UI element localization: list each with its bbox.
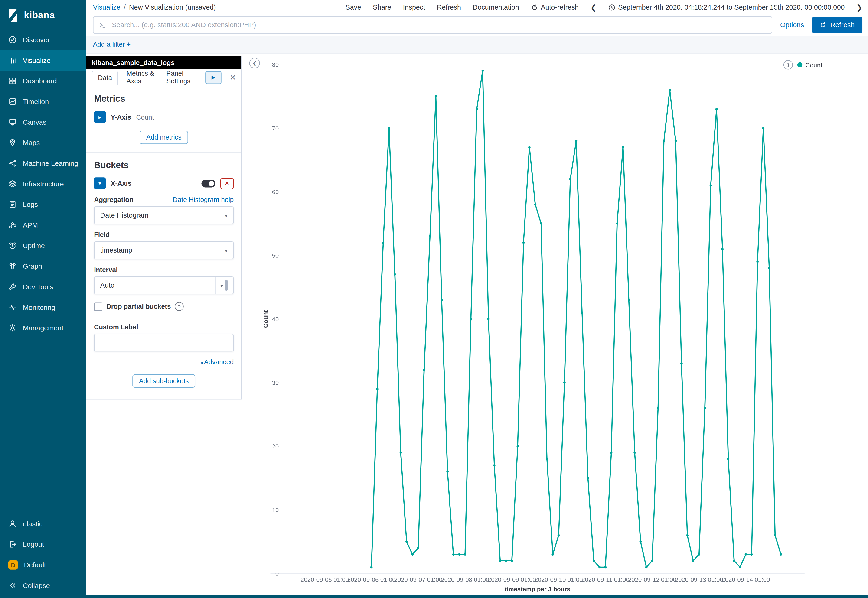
sidebar-item-user-elastic[interactable]: elastic [0,513,86,534]
sidebar-item-dashboard[interactable]: Dashboard [0,70,86,91]
sidebar-item-label: Maps [23,139,40,147]
apply-changes-button[interactable]: ▶ [205,71,221,84]
time-range-back-icon[interactable]: ❮ [590,4,596,11]
sidebar-item-graph[interactable]: Graph [0,256,86,277]
options-link[interactable]: Options [780,21,804,29]
add-sub-buckets-button[interactable]: Add sub-buckets [132,374,196,388]
sidebar-item-logout[interactable]: Logout [0,534,86,555]
field-select[interactable]: timestamp ▾ [94,241,233,259]
sidebar-item-label: Uptime [23,242,45,250]
buckets-section: Buckets ▾ X-Axis ✕ Aggregation Date Hist… [86,152,241,399]
sidebar-item-uptime[interactable]: Uptime [0,235,86,256]
advanced-link[interactable]: ◂Advanced [201,358,234,366]
sidebar-item-apm[interactable]: APM [0,215,86,235]
legend-swatch [798,62,802,67]
svg-text:timestamp per 3 hours: timestamp per 3 hours [504,586,570,593]
chevron-down-icon: ▾ [225,212,227,218]
sidebar-item-canvas[interactable]: Canvas [0,112,86,133]
editor-tabs: Data Metrics & Axes Panel Settings ▶ ✕ [86,69,241,86]
refresh-button[interactable]: Refresh [812,17,863,33]
sidebar-item-discover[interactable]: Discover [0,30,86,50]
discover-icon [8,36,17,44]
save-button[interactable]: Save [346,3,361,11]
inspect-button[interactable]: Inspect [403,3,425,11]
svg-text:2020-09-06 01:00: 2020-09-06 01:00 [347,576,396,583]
sidebar-item-label: Collapse [23,582,50,589]
sidebar-item-label: Machine Learning [23,159,78,167]
help-icon[interactable]: ? [175,302,183,311]
breadcrumb-visualize-link[interactable]: Visualize [93,3,120,11]
custom-label-label: Custom Label [94,323,138,331]
remove-x-axis-button[interactable]: ✕ [220,178,234,189]
sidebar-item-dev-tools[interactable]: Dev Tools [0,277,86,297]
sidebar-item-visualize[interactable]: Visualize [0,50,86,71]
discard-changes-icon[interactable]: ✕ [230,73,236,81]
add-metrics-button[interactable]: Add metrics [139,131,188,144]
refresh-icon [820,22,826,28]
filter-bar: Add a filter + [86,36,868,54]
tab-panel-settings[interactable]: Panel Settings [166,70,197,85]
sidebar-item-label: Visualize [23,57,50,64]
collapse-sidebar-icon[interactable]: ❮ [249,58,260,69]
date-histogram-help-link[interactable]: Date Histogram help [173,196,233,203]
sidebar-item-space-default[interactable]: D Default [0,555,86,575]
sidebar-item-label: APM [23,221,38,229]
svg-text:2020-09-09 01:00: 2020-09-09 01:00 [488,576,536,583]
field-label: Field [94,231,109,239]
legend-item-count[interactable]: Count [798,61,822,68]
sidebar-item-infrastructure[interactable]: Infrastructure [0,173,86,194]
sidebar-item-collapse[interactable]: Collapse [0,575,86,596]
time-range-text: September 4th 2020, 04:18:24.244 to Sept… [618,3,845,11]
global-nav: kibana Discover Visualize Dashboard Time… [0,0,86,598]
collapse-icon [8,581,17,590]
share-button[interactable]: Share [373,3,391,11]
query-bar: Options Refresh [86,14,868,36]
documentation-link[interactable]: Documentation [473,3,519,11]
y-axis-expand-icon[interactable]: ▸ [94,111,106,123]
x-axis-enabled-toggle[interactable] [201,179,215,187]
svg-text:60: 60 [272,188,278,196]
sidebar-item-label: elastic [23,520,42,528]
svg-text:2020-09-05 01:00: 2020-09-05 01:00 [301,576,349,583]
drop-partial-buckets-checkbox[interactable] [94,302,102,311]
svg-text:2020-09-10 01:00: 2020-09-10 01:00 [534,576,583,583]
x-axis-collapse-icon[interactable]: ▾ [94,177,106,189]
time-range-picker[interactable]: September 4th 2020, 04:18:24.244 to Sept… [608,3,845,11]
interval-combobox[interactable]: Auto ▾ [94,277,233,295]
legend-toggle-icon[interactable]: ❯ [784,60,793,70]
time-range-forward-icon[interactable]: ❯ [856,4,862,11]
drop-partial-buckets-label: Drop partial buckets [106,303,171,311]
custom-label-input[interactable] [100,338,227,347]
breadcrumb-current: New Visualization (unsaved) [129,3,216,11]
visualize-icon [8,56,17,64]
aggregation-select[interactable]: Date Histogram ▾ [94,206,233,224]
sidebar-item-timelion[interactable]: Timelion [0,91,86,112]
svg-text:Count: Count [262,310,269,328]
tab-metrics-axes[interactable]: Metrics & Axes [127,70,158,85]
sidebar-item-label: Logs [23,200,38,208]
sidebar-item-monitoring[interactable]: Monitoring [0,297,86,318]
metrics-section: Metrics ▸ Y-Axis Count Add metrics [86,86,241,152]
auto-refresh-button[interactable]: Auto-refresh [531,3,579,11]
sidebar-item-logs[interactable]: Logs [0,194,86,215]
maps-icon [8,139,17,147]
refresh-menu-button[interactable]: Refresh [437,3,461,11]
kibana-logo-icon [8,9,19,22]
y-axis-agg-row: ▸ Y-Axis Count [94,111,233,123]
bottom-edge [0,595,868,598]
svg-text:20: 20 [272,443,278,450]
tab-data[interactable]: Data [92,70,118,85]
x-axis-label: X-Axis [111,179,132,187]
field-value: timestamp [100,246,132,254]
search-input[interactable] [111,21,766,30]
sidebar-item-machine-learning[interactable]: Machine Learning [0,153,86,173]
clock-icon [608,4,615,11]
svg-text:0: 0 [275,570,279,577]
add-filter-link[interactable]: Add a filter + [93,40,130,48]
sidebar-item-label: Infrastructure [23,180,64,188]
canvas-icon [8,118,17,126]
sidebar-item-maps[interactable]: Maps [0,132,86,153]
timelion-icon [8,97,17,106]
sidebar-item-management[interactable]: Management [0,318,86,338]
sidebar-item-label: Dev Tools [23,283,53,291]
